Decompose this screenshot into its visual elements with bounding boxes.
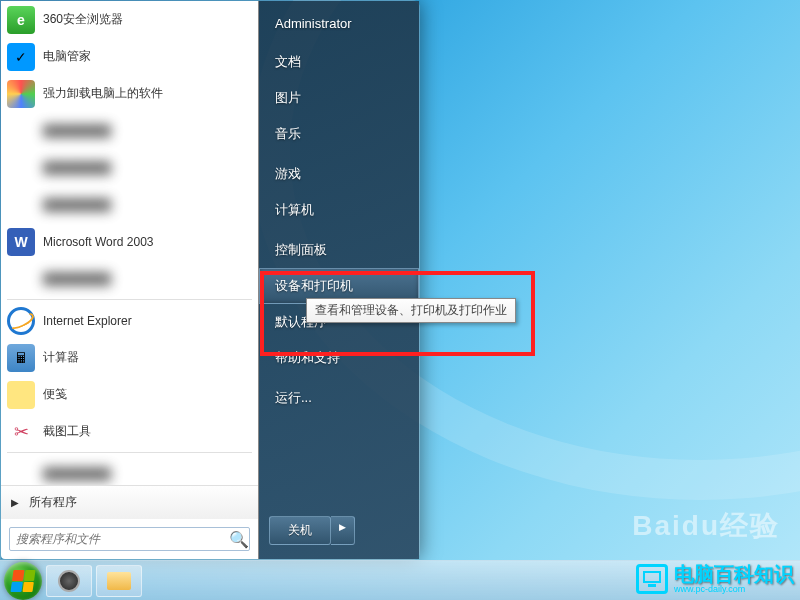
triangle-icon: ▶ — [11, 497, 19, 508]
right-panel-item-5[interactable]: 控制面板 — [259, 232, 419, 268]
program-label: ████████ — [43, 161, 111, 175]
program-item-1[interactable]: ✓电脑管家 — [1, 38, 258, 75]
right-panel-item-2[interactable]: 音乐 — [259, 116, 419, 152]
program-item-7[interactable]: ████████ — [1, 260, 258, 297]
program-label: ████████ — [43, 198, 111, 212]
program-label: 便笺 — [43, 386, 67, 403]
program-item-2[interactable]: 强力卸载电脑上的软件 — [1, 75, 258, 112]
program-icon — [7, 307, 35, 335]
all-programs-button[interactable]: ▶ 所有程序 — [1, 485, 258, 519]
footer-url: www.pc-daily.com — [674, 584, 794, 594]
program-icon — [7, 418, 35, 446]
start-menu-left-panel: e360安全浏览器✓电脑管家强力卸载电脑上的软件████████████████… — [1, 1, 259, 559]
taskbar-explorer-icon[interactable] — [96, 565, 142, 597]
program-icon — [7, 381, 35, 409]
right-panel-item-4[interactable]: 计算机 — [259, 192, 419, 228]
all-programs-label: 所有程序 — [29, 494, 77, 511]
shutdown-button[interactable]: 关机 — [269, 516, 331, 545]
program-item-10[interactable]: 便笺 — [1, 376, 258, 413]
right-panel-item-0[interactable]: 文档 — [259, 44, 419, 80]
program-item-6[interactable]: WMicrosoft Word 2003 — [1, 223, 258, 260]
program-item-9[interactable]: 🖩计算器 — [1, 339, 258, 376]
search-input[interactable] — [16, 532, 229, 546]
program-item-4[interactable]: ████████ — [1, 149, 258, 186]
program-icon — [7, 191, 35, 219]
right-panel-item-9[interactable]: 运行... — [259, 380, 419, 416]
program-label: 360安全浏览器 — [43, 11, 123, 28]
shutdown-options-arrow[interactable]: ▶ — [331, 516, 355, 545]
program-label: Microsoft Word 2003 — [43, 235, 154, 249]
program-icon — [7, 117, 35, 145]
monitor-icon — [636, 564, 668, 594]
program-icon: 🖩 — [7, 344, 35, 372]
windows-logo-icon — [10, 570, 35, 592]
program-item-12[interactable]: ████████ — [1, 455, 258, 485]
program-icon: W — [7, 228, 35, 256]
start-button[interactable] — [4, 562, 42, 600]
search-box[interactable]: 🔍 — [9, 527, 250, 551]
right-panel-item-3[interactable]: 游戏 — [259, 156, 419, 192]
program-icon — [7, 80, 35, 108]
user-name[interactable]: Administrator — [259, 7, 419, 40]
program-item-5[interactable]: ████████ — [1, 186, 258, 223]
start-menu: e360安全浏览器✓电脑管家强力卸载电脑上的软件████████████████… — [0, 0, 420, 560]
program-item-11[interactable]: 截图工具 — [1, 413, 258, 450]
search-icon: 🔍 — [229, 530, 243, 549]
program-label: 强力卸载电脑上的软件 — [43, 85, 163, 102]
program-label: ████████ — [43, 124, 111, 138]
program-label: 计算器 — [43, 349, 79, 366]
right-panel-item-1[interactable]: 图片 — [259, 80, 419, 116]
program-label: Internet Explorer — [43, 314, 132, 328]
program-item-8[interactable]: Internet Explorer — [1, 302, 258, 339]
program-item-3[interactable]: ████████ — [1, 112, 258, 149]
program-icon — [7, 154, 35, 182]
program-label: 电脑管家 — [43, 48, 91, 65]
taskbar-browser-icon[interactable] — [46, 565, 92, 597]
program-icon: ✓ — [7, 43, 35, 71]
program-list: e360安全浏览器✓电脑管家强力卸载电脑上的软件████████████████… — [1, 1, 258, 485]
watermark: Baidu经验 — [632, 507, 780, 545]
start-menu-right-panel: Administrator 文档图片音乐游戏计算机控制面板设备和打印机默认程序帮… — [259, 1, 419, 559]
tooltip: 查看和管理设备、打印机及打印作业 — [306, 298, 516, 323]
program-label: ████████ — [43, 467, 111, 481]
program-item-0[interactable]: e360安全浏览器 — [1, 1, 258, 38]
footer-brand: 电脑百科知识 — [674, 564, 794, 584]
program-label: 截图工具 — [43, 423, 91, 440]
footer-logo: 电脑百科知识 www.pc-daily.com — [636, 564, 794, 594]
program-icon: e — [7, 6, 35, 34]
program-icon — [7, 265, 35, 293]
right-panel-item-8[interactable]: 帮助和支持 — [259, 340, 419, 376]
program-label: ████████ — [43, 272, 111, 286]
program-icon — [7, 460, 35, 486]
